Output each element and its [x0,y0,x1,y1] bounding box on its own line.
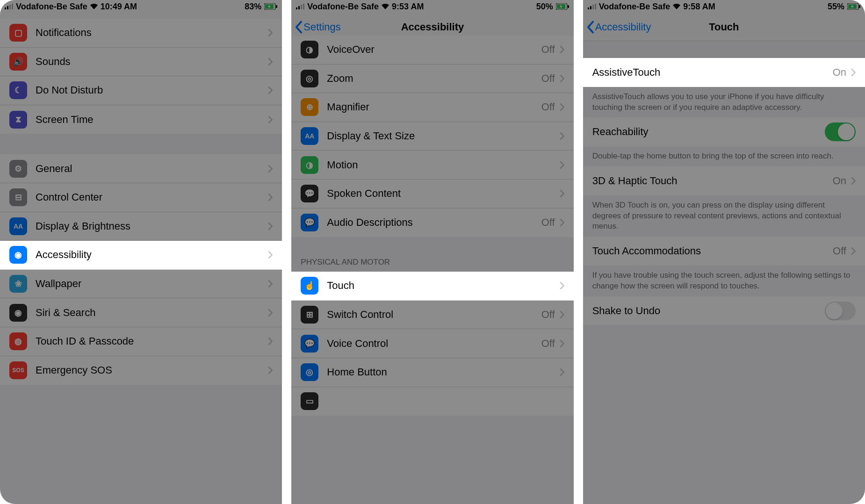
chevron-right-icon [560,74,564,83]
back-button[interactable]: Settings [295,21,341,34]
sounds-icon: 🔊 [9,53,27,71]
accessibility-voiceover[interactable]: ◑VoiceOverOff [291,36,573,65]
status-bar: Vodafone-Be Safe9:58 AM 55% [583,0,865,13]
battery-label: 50% [536,2,553,12]
gear-icon: ⚙ [9,160,27,178]
touch-reachability[interactable]: Reachability [583,117,865,146]
accessibility-icon: ◉ [9,246,27,264]
settings-sounds[interactable]: 🔊Sounds [0,48,282,77]
chevron-right-icon [268,29,273,37]
touch-icon: ☝ [301,277,318,295]
settings-siri[interactable]: ◉Siri & Search [0,298,282,327]
battery-icon [556,3,569,10]
assistivetouch-footer: AssistiveTouch allows you to use your iP… [583,87,865,118]
settings-control-center[interactable]: ⊟Control Center [0,183,282,212]
battery-label: 83% [245,2,261,12]
page-title: Accessibility [401,21,464,33]
chevron-right-icon [268,366,273,374]
chevron-right-icon [560,189,564,198]
motion-icon: ◑ [301,156,318,174]
textsize-icon: AA [9,217,27,235]
settings-touchid[interactable]: ◍Touch ID & Passcode [0,327,282,356]
accessibility-voice-control[interactable]: 💬Voice ControlOff [291,329,573,358]
settings-general[interactable]: ⚙General [0,154,282,183]
touch-3d-haptic[interactable]: 3D & Haptic TouchOn [583,166,865,195]
page-title: Touch [709,21,739,33]
chevron-right-icon [560,45,564,54]
hidden-row[interactable]: ▭ [291,387,573,416]
signal-icon [5,4,13,9]
settings-screen: Vodafone-Be Safe 10:49 AM 83% Settings ▢… [0,0,291,504]
accommodations-footer: If you have trouble using the touch scre… [583,266,865,296]
settings-wallpaper[interactable]: ❀Wallpaper [0,270,282,299]
chevron-right-icon [268,115,273,124]
zoom-icon: ◎ [301,70,318,87]
settings-accessibility[interactable]: ◉Accessibility [0,241,282,270]
fingerprint-icon: ◍ [9,332,27,350]
chevron-right-icon [560,161,564,169]
settings-notifications[interactable]: ▢Notifications [0,19,282,48]
carrier-label: Vodafone-Be Safe [307,2,379,12]
chevron-right-icon [560,103,564,111]
audiodesc-icon: 💬 [301,214,318,231]
accessibility-display-text[interactable]: AADisplay & Text Size [291,122,573,151]
signal-icon [588,4,596,9]
wifi-icon [382,4,389,9]
accessibility-motion[interactable]: ◑Motion [291,151,573,180]
settings-sos[interactable]: SOSEmergency SOS [0,356,282,385]
shake-undo-switch[interactable] [825,302,856,320]
accessibility-screen: Vodafone-Be Safe9:53 AM 50% Settings Acc… [291,0,583,504]
signal-icon [296,4,304,9]
accessibility-zoom[interactable]: ◎ZoomOff [291,65,573,94]
chevron-right-icon [268,337,273,346]
accessibility-switch-control[interactable]: ⊞Switch ControlOff [291,301,573,330]
wifi-icon [90,4,98,9]
settings-screentime[interactable]: ⧗Screen Time [0,105,282,134]
accessibility-audio-descriptions[interactable]: 💬Audio DescriptionsOff [291,209,573,238]
touch-accommodations[interactable]: Touch AccommodationsOff [583,237,865,266]
magnifier-icon: ⊕ [301,98,318,116]
chevron-right-icon [851,247,856,255]
moon-icon: ☾ [9,81,27,99]
voiceover-icon: ◑ [301,41,318,58]
chevron-right-icon [268,165,273,173]
reachability-footer: Double-tap the home button to bring the … [583,146,865,166]
back-button[interactable]: Accessibility [587,21,651,34]
reachability-switch[interactable] [825,122,856,141]
settings-dnd[interactable]: ☾Do Not Disturb [0,76,282,105]
accessibility-spoken-content[interactable]: 💬Spoken Content [291,180,573,209]
chevron-right-icon [851,68,856,77]
speech-icon: 💬 [301,185,318,202]
hourglass-icon: ⧗ [9,111,27,129]
haptic-footer: When 3D Touch is on, you can press on th… [583,195,865,237]
chevron-right-icon [268,251,273,259]
carrier-label: Vodafone-Be Safe [599,2,670,12]
touch-assistivetouch[interactable]: AssistiveTouchOn [583,58,865,87]
chevron-right-icon [268,280,273,288]
battery-icon [847,3,860,10]
voice-control-icon: 💬 [301,335,318,353]
accessibility-touch[interactable]: ☝Touch [291,272,573,301]
nav-bar: Accessibility Touch [583,13,865,41]
accessibility-home-button[interactable]: ◎Home Button [291,358,573,387]
accessibility-magnifier[interactable]: ⊕MagnifierOff [291,93,573,122]
chevron-right-icon [560,281,564,290]
textsize-icon: AA [301,127,318,145]
chevron-right-icon [560,310,564,319]
device-icon: ▭ [301,392,318,410]
sos-icon: SOS [9,361,27,379]
wifi-icon [673,4,680,9]
status-bar: Vodafone-Be Safe 10:49 AM 83% [0,0,282,13]
time-label: 9:53 AM [392,2,424,12]
toggles-icon: ⊟ [9,188,27,206]
chevron-right-icon [560,218,564,227]
chevron-right-icon [268,86,273,94]
battery-icon [264,3,277,10]
chevron-right-icon [268,193,273,202]
touch-shake-undo[interactable]: Shake to Undo [583,296,865,325]
chevron-right-icon [268,58,273,66]
wallpaper-icon: ❀ [9,275,27,293]
settings-display-brightness[interactable]: AADisplay & Brightness [0,212,282,241]
home-button-icon: ◎ [301,363,318,381]
chevron-right-icon [560,368,564,376]
